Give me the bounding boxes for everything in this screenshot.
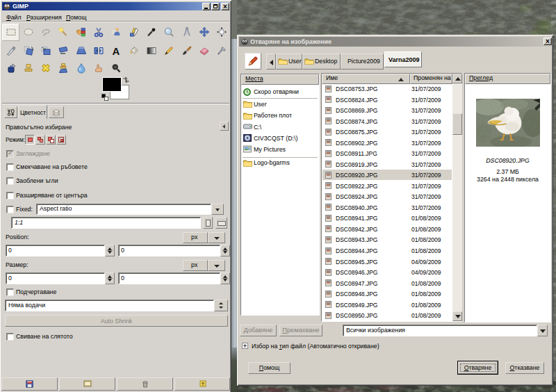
svg-text:A: A — [113, 45, 120, 56]
